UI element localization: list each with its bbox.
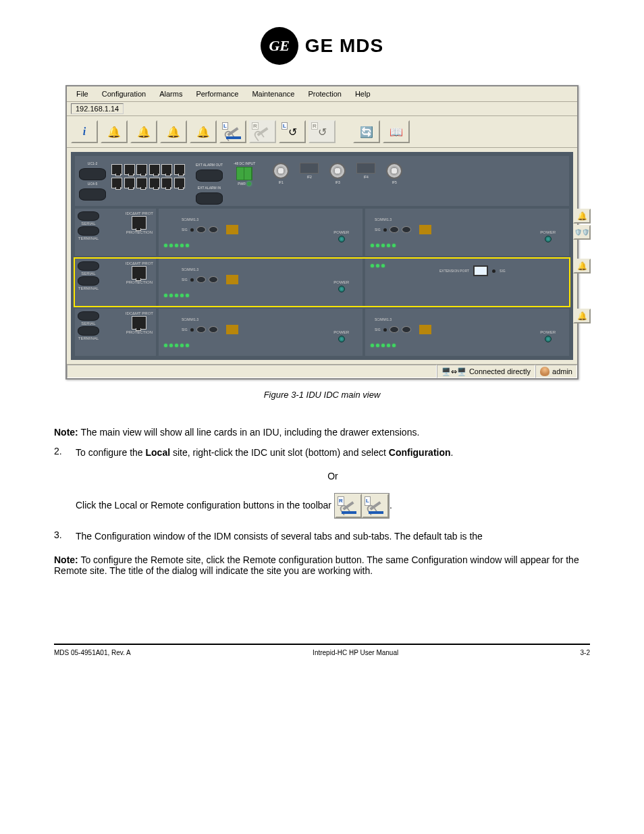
status-led (164, 294, 167, 297)
alarm-button-3[interactable]: 🔔 (160, 120, 187, 143)
coax-port (329, 163, 346, 179)
slot-row-3[interactable]: SERIALTERMINAL IDC&MT PROTPROTECTION SC/… (75, 309, 569, 356)
local-config-inline-button[interactable]: L (362, 494, 389, 518)
optical-header: SC/MM/1.3 (182, 317, 198, 321)
footer-center: Intrepid-HC HP User Manual (313, 649, 398, 656)
laser-warning-icon (226, 325, 238, 334)
remote-config-inline-button[interactable]: R (335, 494, 362, 518)
bell-icon: 🔔 (196, 126, 210, 138)
sig-led (190, 328, 194, 332)
menu-help[interactable]: Help (348, 88, 377, 100)
note-label: Note: (54, 427, 78, 438)
status-led (175, 294, 178, 297)
page-footer: MDS 05-4951A01, Rev. A Intrepid-HC HP Us… (54, 644, 590, 656)
power-label: POWER (540, 330, 556, 334)
step-2: 2. To configure the Local site, right-cl… (54, 446, 590, 519)
status-led (180, 344, 184, 347)
sig-led (492, 269, 495, 273)
port-label: PWR (238, 182, 246, 186)
refresh-button[interactable]: 🔄 (353, 120, 380, 143)
figure-caption: Figure 3-1 IDU IDC main view (54, 390, 590, 400)
remote-badge: R (311, 122, 318, 130)
user-name: admin (552, 367, 572, 375)
bell-icon: 🔔 (577, 311, 587, 321)
slot-alarm-button[interactable]: 🔔 (573, 209, 591, 224)
power-indicator (338, 286, 345, 292)
optical-header: SC/MM/1.3 (375, 217, 392, 221)
status-led (175, 344, 178, 347)
slot-alarm-button[interactable]: 🔔 (573, 309, 591, 323)
rj45-port (149, 178, 160, 188)
connection-text: Connected directly (469, 367, 531, 375)
sig-label: SIG (375, 228, 381, 232)
optical-port (209, 326, 218, 333)
status-led (376, 264, 379, 267)
status-led (186, 344, 189, 347)
menu-protection[interactable]: Protection (301, 88, 348, 100)
step-text: The Configuration window of the IDM cons… (76, 529, 590, 544)
info-button[interactable]: i (71, 120, 98, 143)
inline-toolbar-buttons: R L (334, 493, 390, 519)
port-label: UC4-5 (88, 182, 97, 186)
status-led (169, 244, 173, 247)
menu-configuration[interactable]: Configuration (95, 88, 153, 100)
power-indicator (545, 236, 552, 242)
dc-connector (236, 167, 252, 180)
help-button[interactable]: 📖 (383, 120, 410, 143)
optical-header: SC/MM/1.3 (375, 317, 392, 321)
status-led (371, 244, 374, 247)
local-config-button[interactable]: L (219, 120, 246, 143)
sig-label: SIG (500, 269, 506, 273)
bell-icon: 🔔 (167, 126, 180, 138)
power-led (247, 182, 251, 186)
step-bold: Configuration (389, 447, 451, 458)
slot-label: SERIAL (81, 271, 95, 276)
step-number: 3. (54, 529, 68, 540)
menu-maintenance[interactable]: Maintenance (245, 88, 301, 100)
optical-port (196, 326, 206, 333)
grid-indicator (356, 163, 375, 174)
db9-port (78, 211, 99, 221)
slot-alarm-button[interactable]: 🔔 (573, 259, 591, 273)
rj45-port (132, 266, 146, 280)
alarm-button-1[interactable]: 🔔 (101, 120, 128, 143)
slot-protection-button[interactable]: 🛡️🛡️ (573, 225, 591, 240)
db9-port (78, 311, 99, 321)
chassis-top-panel: UC1-2 UC4-5 (75, 156, 569, 206)
connection-status: 🖥️⇔🖥️ Connected directly (437, 365, 535, 378)
step-text: site, right-click the IDC unit slot (bot… (170, 447, 389, 458)
if-label: IF3 (336, 180, 340, 184)
header-logo: GE GE MDS (54, 27, 590, 65)
local-loopback-button[interactable]: L↺ (279, 120, 306, 143)
slot-row-1[interactable]: SERIALTERMINAL IDC&MT PROTPROTECTION SC/… (75, 209, 569, 256)
slot-row-2[interactable]: SERIALTERMINAL IDC&MT PROTPROTECTION SC/… (75, 259, 569, 306)
menu-alarms[interactable]: Alarms (153, 88, 189, 100)
bell-icon: 🔔 (137, 126, 151, 138)
status-led (371, 264, 374, 267)
sig-label: SIG (375, 328, 381, 332)
menu-file[interactable]: File (70, 88, 95, 100)
remote-config-button[interactable]: R (249, 120, 276, 143)
extension-port (473, 265, 488, 276)
optical-port (390, 226, 399, 233)
bell-icon: 🔔 (577, 211, 587, 221)
optical-port (402, 326, 411, 333)
alarm-button-2[interactable]: 🔔 (130, 120, 157, 143)
rj45-port (174, 164, 185, 175)
remote-loopback-button[interactable]: R↺ (308, 120, 336, 143)
step-text: Click the Local or Remote configuration … (76, 500, 334, 511)
status-led (164, 244, 167, 247)
status-led (381, 244, 385, 247)
laser-warning-icon (226, 275, 238, 284)
power-label: POWER (540, 230, 556, 234)
rj45-port (174, 178, 185, 188)
status-led (175, 244, 178, 247)
alarm-button-4[interactable]: 🔔 (190, 120, 217, 143)
remote-badge: R (252, 122, 259, 130)
wrench-icon (342, 501, 354, 511)
rj45-port (111, 178, 122, 188)
bell-icon: 🔔 (107, 126, 121, 138)
sig-led (190, 228, 194, 232)
menu-performance[interactable]: Performance (189, 88, 245, 100)
sig-label: SIG (182, 328, 188, 332)
